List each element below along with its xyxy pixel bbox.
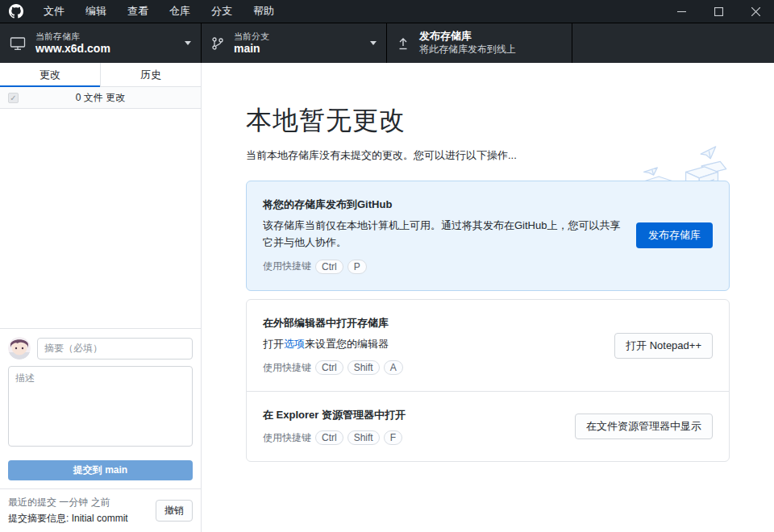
publish-subtitle: 将此存储库发布到线上	[419, 44, 516, 56]
key-p: P	[347, 260, 367, 274]
key-ctrl: Ctrl	[315, 430, 343, 445]
chevron-down-icon	[185, 41, 191, 45]
close-icon[interactable]	[737, 0, 774, 23]
key-ctrl: Ctrl	[315, 260, 343, 274]
key-shift: Shift	[347, 360, 380, 375]
publish-shortcut: 使用快捷键 Ctrl P	[263, 260, 713, 274]
undo-button[interactable]: 撤销	[156, 500, 193, 522]
publish-repository-card-button[interactable]: 发布存储库	[636, 222, 713, 248]
sidebar: 更改 历史 ✓ 0 文件 更改	[0, 63, 202, 532]
key-a: A	[384, 360, 403, 375]
upload-icon	[397, 36, 410, 51]
open-editor-button[interactable]: 打开 Notepad++	[614, 333, 713, 359]
publish-title: 发布存储库	[419, 30, 516, 44]
tab-changes[interactable]: 更改	[0, 63, 100, 86]
key-ctrl: Ctrl	[315, 360, 343, 375]
monitor-icon	[10, 36, 26, 51]
titlebar: 文件 编辑 查看 仓库 分支 帮助	[0, 0, 774, 23]
select-all-checkbox[interactable]: ✓	[8, 93, 19, 103]
show-in-explorer-button[interactable]: 在文件资源管理器中显示	[575, 414, 713, 439]
branch-label: 当前分支	[234, 31, 269, 42]
chevron-down-icon	[370, 41, 377, 45]
page-title: 本地暂无更改	[246, 103, 730, 139]
menu-help[interactable]: 帮助	[243, 0, 285, 23]
recent-commit-time: 最近的提交 一分钟 之前	[8, 496, 151, 509]
avatar	[8, 337, 31, 360]
recent-commit-footer: 最近的提交 一分钟 之前 提交摘要信息: Initial commit 撤销	[0, 488, 201, 532]
actions-card: 在外部编辑器中打开存储库 打开选项来设置您的编辑器 使用快捷键 Ctrl Shi…	[246, 299, 730, 462]
commit-description-input[interactable]	[8, 366, 193, 447]
branch-icon	[211, 36, 224, 51]
open-editor-shortcut: 使用快捷键 Ctrl Shift A	[263, 360, 713, 375]
key-f: F	[384, 430, 402, 445]
github-logo-icon	[9, 4, 23, 19]
commit-form: 提交到 main	[0, 328, 201, 488]
sidebar-tabs: 更改 历史	[0, 63, 201, 87]
menu-branch[interactable]: 分支	[201, 0, 243, 23]
options-link[interactable]: 选项	[284, 338, 305, 350]
changes-summary-row: ✓ 0 文件 更改	[0, 87, 201, 109]
current-repository-button[interactable]: 当前存储库 www.x6d.com	[0, 23, 202, 63]
current-branch-button[interactable]: 当前分支 main	[202, 23, 387, 63]
files-changed-label: 0 文件 更改	[0, 91, 201, 105]
toolbar: 当前存储库 www.x6d.com 当前分支 main 发布存储库 将此存储库发…	[0, 23, 774, 63]
menu-repository[interactable]: 仓库	[159, 0, 201, 23]
key-shift: Shift	[347, 430, 380, 445]
recent-commit-summary: 提交摘要信息: Initial commit	[8, 512, 151, 526]
repository-name: www.x6d.com	[35, 42, 110, 56]
main-content: 本地暂无更改 当前本地存储库没有未提交的更改。您可以进行以下操作... 将您的存…	[202, 63, 774, 532]
window-controls	[663, 0, 774, 23]
repository-label: 当前存储库	[35, 31, 110, 42]
publish-card-title: 将您的存储库发布到GitHub	[263, 197, 713, 212]
publish-repository-button[interactable]: 发布存储库 将此存储库发布到线上	[387, 23, 572, 63]
open-explorer-section: 在 Explorer 资源管理器中打开 使用快捷键 Ctrl Shift F 在…	[247, 391, 729, 461]
branch-name: main	[234, 42, 269, 56]
publish-card: 将您的存储库发布到GitHub 该存储库当前仅在本地计算机上可用。通过将其发布在…	[246, 181, 730, 291]
menu-view[interactable]: 查看	[117, 0, 159, 23]
open-editor-title: 在外部编辑器中打开存储库	[263, 316, 713, 330]
menu-file[interactable]: 文件	[33, 0, 75, 23]
tab-history[interactable]: 历史	[100, 63, 201, 86]
commit-to-main-button[interactable]: 提交到 main	[8, 460, 193, 480]
changes-list-empty	[0, 109, 201, 328]
menu-edit[interactable]: 编辑	[75, 0, 117, 23]
minimize-icon[interactable]	[663, 0, 700, 23]
maximize-icon[interactable]	[700, 0, 737, 23]
commit-summary-input[interactable]	[37, 338, 193, 360]
open-editor-section: 在外部编辑器中打开存储库 打开选项来设置您的编辑器 使用快捷键 Ctrl Shi…	[247, 300, 729, 391]
